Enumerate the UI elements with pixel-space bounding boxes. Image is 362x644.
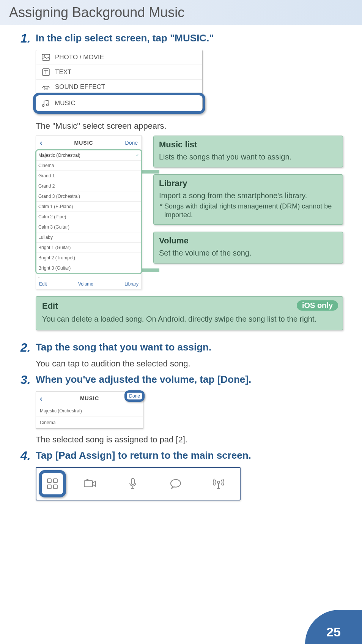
svg-rect-7 xyxy=(47,485,51,489)
step-1-number: 1. xyxy=(20,32,36,45)
step-1-after: The "Music" select screen appears. xyxy=(36,121,343,131)
screen-title: MUSIC xyxy=(74,140,93,146)
clip-row-label: TEXT xyxy=(55,68,71,76)
callout-body: Lists the songs that you want to assign. xyxy=(159,152,337,162)
sound-effect-icon xyxy=(41,83,50,91)
pad-assign-button[interactable] xyxy=(39,470,66,497)
callout-title: Library xyxy=(159,178,337,188)
music-item[interactable]: Bright 1 (Guitar) xyxy=(36,243,141,253)
clip-row-label: PHOTO / MOVIE xyxy=(55,54,104,61)
step-3-number: 3. xyxy=(20,373,36,387)
clip-row-label: MUSIC xyxy=(55,99,76,107)
microphone-icon[interactable] xyxy=(111,470,154,497)
image-icon xyxy=(41,53,50,62)
truncated-item: ⋯ xyxy=(36,274,142,280)
callout-body: Import a song from the smartphone's libr… xyxy=(159,191,337,200)
clip-row-label: SOUND EFFECT xyxy=(55,83,105,91)
callout-note: * Songs with digital rights management (… xyxy=(159,202,337,219)
clip-row-text[interactable]: TEXT xyxy=(36,65,202,79)
done-button[interactable]: Done xyxy=(124,390,145,402)
callout-title: Volume xyxy=(159,236,337,246)
svg-point-11 xyxy=(217,481,220,483)
music-done-screen: ‹ MUSIC Done Majestic (Orchestral) Cinem… xyxy=(36,391,143,429)
step-3-title: When you've adjusted the volume, tap [Do… xyxy=(36,373,251,387)
music-item[interactable]: Bright 3 (Guitar) xyxy=(36,263,141,273)
music-list: Majestic (Orchestral) Cinema Grand 1 Gra… xyxy=(35,149,142,274)
back-button[interactable]: ‹ xyxy=(40,138,42,147)
clip-row-sound-effect[interactable]: SOUND EFFECT xyxy=(36,79,202,94)
svg-rect-0 xyxy=(42,54,50,60)
step-3-after: The selected song is assigned to pad [2]… xyxy=(36,435,343,445)
music-item[interactable]: Grand 3 (Orchestral) xyxy=(36,191,141,202)
svg-rect-8 xyxy=(54,485,57,489)
svg-rect-6 xyxy=(54,479,57,483)
edit-button[interactable]: Edit xyxy=(39,281,47,287)
main-toolbar xyxy=(36,467,241,500)
text-icon xyxy=(41,68,50,76)
clip-row-music[interactable]: MUSIC xyxy=(33,93,205,114)
callout-music-list: Music list Lists the songs that you want… xyxy=(153,136,343,167)
callout-title: Edit xyxy=(42,301,337,311)
step-4-number: 4. xyxy=(20,449,36,462)
broadcast-icon[interactable] xyxy=(197,470,240,497)
music-item[interactable]: Majestic (Orchestral) xyxy=(36,405,143,417)
music-item[interactable]: Bright 2 (Trumpet) xyxy=(36,253,141,263)
page-number: 25 xyxy=(305,610,362,644)
library-button[interactable]: Library xyxy=(124,281,139,287)
svg-rect-10 xyxy=(131,478,134,485)
page-title: Assigning Background Music xyxy=(0,0,362,25)
svg-rect-5 xyxy=(47,479,51,483)
music-item[interactable]: Cinema xyxy=(36,161,141,171)
music-item[interactable]: Calm 3 (Guitar) xyxy=(36,222,141,232)
clip-row-photo-movie[interactable]: PHOTO / MOVIE xyxy=(36,50,202,65)
music-select-screen: ‹ MUSIC Done Majestic (Orchestral) Cinem… xyxy=(36,136,142,289)
music-item[interactable]: Calm 1 (E.Piano) xyxy=(36,202,141,212)
music-item[interactable]: Majestic (Orchestral) xyxy=(36,150,141,161)
done-button[interactable]: Done xyxy=(125,140,138,146)
step-2-body: You can tap to audition the selected son… xyxy=(36,359,343,369)
speech-bubble-icon[interactable] xyxy=(154,470,197,497)
ios-only-badge: iOS only xyxy=(297,300,338,311)
step-2-number: 2. xyxy=(20,341,36,354)
volume-button[interactable]: Volume xyxy=(78,281,93,287)
step-1-title: In the clip select screen, tap "MUSIC." xyxy=(36,32,214,45)
music-item[interactable]: Grand 1 xyxy=(36,171,141,181)
music-item[interactable]: Lullaby xyxy=(36,232,141,243)
step-4-title: Tap [Pad Assign] to return to the main s… xyxy=(36,449,251,462)
music-item[interactable]: Calm 2 (Pipe) xyxy=(36,212,141,222)
clip-select-panel: PHOTO / MOVIE TEXT SOUND EFFECT MUSIC xyxy=(36,50,203,111)
music-item[interactable]: Cinema xyxy=(36,417,143,428)
callout-body: Set the volume of the song. xyxy=(159,248,337,258)
camera-icon[interactable] xyxy=(68,470,111,497)
callout-edit: iOS only Edit You can delete a loaded so… xyxy=(36,296,343,330)
step-2-title: Tap the song that you want to assign. xyxy=(36,341,211,354)
svg-point-1 xyxy=(44,56,45,57)
callout-title: Music list xyxy=(159,140,337,150)
callout-body: You can delete a loaded song. On Android… xyxy=(42,314,337,324)
back-button[interactable]: ‹ xyxy=(40,394,42,403)
svg-rect-9 xyxy=(84,481,93,487)
screen-title: MUSIC xyxy=(80,395,99,401)
callout-library: Library Import a song from the smartphon… xyxy=(153,174,343,225)
music-icon xyxy=(41,99,50,107)
music-item[interactable]: Grand 2 xyxy=(36,181,141,191)
callout-volume: Volume Set the volume of the song. xyxy=(153,232,343,264)
